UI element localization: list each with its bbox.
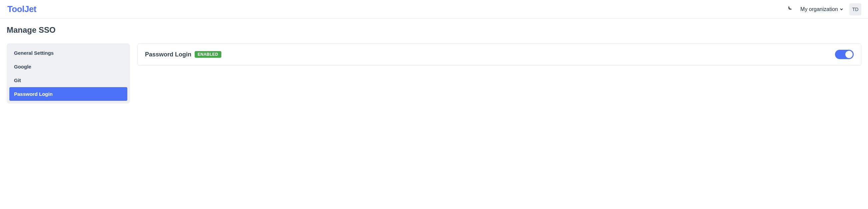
organization-dropdown[interactable]: My organization <box>800 6 842 12</box>
toggle-password-login[interactable] <box>835 50 854 59</box>
chevron-down-icon <box>840 7 843 10</box>
page-title: Manage SSO <box>7 25 861 35</box>
sidebar-item-git[interactable]: Git <box>9 74 127 87</box>
sidebar: General Settings Google Git Password Log… <box>7 44 130 104</box>
logo[interactable]: ToolJet <box>7 4 36 15</box>
toggle-knob <box>845 51 852 58</box>
topbar-right: My organization TD <box>786 3 861 15</box>
card-left: Password Login ENABLED <box>145 51 221 58</box>
sidebar-item-google[interactable]: Google <box>9 60 127 74</box>
organization-label: My organization <box>800 6 838 12</box>
page-body: General Settings Google Git Password Log… <box>7 44 861 104</box>
content: Manage SSO General Settings Google Git P… <box>0 19 868 110</box>
status-badge: ENABLED <box>195 51 221 58</box>
card-title: Password Login <box>145 51 191 58</box>
topbar: ToolJet My organization TD <box>0 0 868 19</box>
card-password-login: Password Login ENABLED <box>137 44 861 66</box>
sidebar-item-general-settings[interactable]: General Settings <box>9 46 127 60</box>
avatar[interactable]: TD <box>849 3 861 15</box>
sidebar-item-password-login[interactable]: Password Login <box>9 87 127 101</box>
moon-icon[interactable] <box>786 5 793 14</box>
